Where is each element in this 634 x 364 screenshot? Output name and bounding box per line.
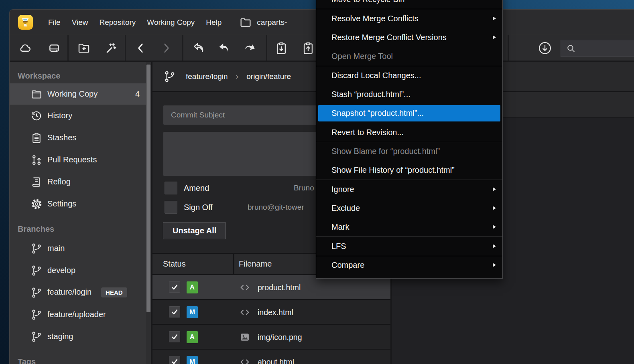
sidebar-item-label: Working Copy <box>47 89 98 99</box>
filename: img/icon.png <box>258 325 302 350</box>
menu-item-snapshot-product-html[interactable]: Snapshot “product.html”... <box>316 104 502 123</box>
commit-author-email: bruno@git-tower <box>248 201 304 214</box>
menu-help[interactable]: Help <box>200 15 227 30</box>
back-button[interactable] <box>132 39 150 57</box>
fetch-indicator-button[interactable] <box>536 39 554 57</box>
sidebar-item-stashes[interactable]: Stashes <box>10 127 146 149</box>
submenu-arrow-icon <box>493 225 496 229</box>
toolbar-separator <box>508 35 509 61</box>
amend-checkbox[interactable] <box>165 182 177 194</box>
file-checkbox[interactable] <box>169 306 180 317</box>
sidebar-item-label: Settings <box>47 199 76 208</box>
sidebar-branch-develop[interactable]: develop <box>10 259 146 281</box>
tower-app-icon[interactable] <box>18 15 33 30</box>
forward-button[interactable] <box>157 39 175 57</box>
sidebar-item-history[interactable]: History <box>10 105 146 127</box>
menu-item-mark[interactable]: Mark <box>316 218 502 237</box>
git-branch-icon <box>30 331 43 343</box>
menu-item-compare[interactable]: Compare <box>316 256 502 275</box>
menu-item-revert-to-revision[interactable]: Revert to Revision... <box>316 123 502 142</box>
menu-repository[interactable]: Repository <box>93 15 141 30</box>
amend-label: Amend <box>184 182 209 194</box>
git-branch-icon <box>163 70 176 83</box>
search-icon <box>566 43 576 54</box>
sidebar-item-pull-requests[interactable]: Pull Requests <box>10 149 146 171</box>
cloud-button[interactable] <box>16 39 35 57</box>
folder-icon <box>239 16 252 29</box>
file-row-about-html[interactable]: M about.html <box>152 350 390 364</box>
sidebar-branch-staging[interactable]: staging <box>10 326 146 348</box>
file-checkbox[interactable] <box>169 331 180 342</box>
clipboard-up-icon <box>301 41 315 55</box>
chevron-left-icon <box>134 41 147 55</box>
menu-working-copy[interactable]: Working Copy <box>141 15 200 30</box>
remote-branch-link[interactable]: origin/feature <box>246 72 291 81</box>
menu-item-lfs[interactable]: LFS <box>316 237 502 255</box>
head-badge: HEAD <box>101 287 127 297</box>
workspace-header: Workspace <box>10 67 146 83</box>
check-icon <box>171 358 179 364</box>
redo-button[interactable] <box>241 39 259 57</box>
undo-arrow-icon <box>217 41 231 55</box>
sidebar-branch-feature-uploader[interactable]: feature/uploader <box>10 303 146 326</box>
file-checkbox[interactable] <box>169 356 180 364</box>
branch-label: staging <box>47 332 73 341</box>
menu-item-show-file-history[interactable]: Show File History of “product.html” <box>316 161 502 180</box>
file-row-index-html[interactable]: M index.html <box>152 300 390 325</box>
sign-off-checkbox[interactable] <box>165 201 177 214</box>
menu-file[interactable]: File <box>43 15 66 30</box>
menu-item-discard-local-changes[interactable]: Discard Local Changes... <box>316 66 502 85</box>
sidebar-branch-feature-login[interactable]: feature/loginHEAD <box>10 281 146 303</box>
working-copy-count-badge: 4 <box>135 89 140 99</box>
sidebar-scrollbar-thumb[interactable] <box>146 65 150 312</box>
menu-bar: File View Repository Working Copy Help <box>43 15 227 30</box>
open-repository-button[interactable] <box>75 39 93 57</box>
pull-button[interactable] <box>272 39 291 57</box>
git-branch-icon <box>30 243 43 255</box>
menu-item-stash-product-html[interactable]: Stash “product.html”... <box>316 85 502 104</box>
sidebar-item-label: Stashes <box>47 133 76 142</box>
menu-item-resolve-merge-conflicts[interactable]: Resolve Merge Conflicts <box>316 9 502 28</box>
submenu-arrow-icon <box>493 263 496 267</box>
clipboard-down-icon <box>274 41 288 55</box>
reflog-journal-icon <box>30 176 43 188</box>
push-button[interactable] <box>299 39 317 57</box>
code-file-icon <box>238 356 252 364</box>
local-branch-link[interactable]: feature/login <box>186 72 228 81</box>
sidebar-branch-main[interactable]: main <box>10 237 146 259</box>
sidebar-item-label: History <box>47 111 72 120</box>
file-row-img-icon-png[interactable]: A img/icon.png <box>152 325 390 350</box>
menu-item-exclude[interactable]: Exclude <box>316 199 502 218</box>
git-branch-icon <box>30 309 43 321</box>
menu-item-show-blame: Show Blame for “product.html” <box>316 142 502 161</box>
menu-item-move-to-recycle-bin[interactable]: Move to Recycle Bin <box>316 0 502 9</box>
search-input[interactable] <box>579 44 632 53</box>
discard-button[interactable] <box>189 39 208 57</box>
sidebar-item-label: Reflog <box>47 177 71 186</box>
submenu-arrow-icon <box>493 35 496 39</box>
quick-actions-button[interactable] <box>102 39 120 57</box>
search-box[interactable] <box>561 40 634 57</box>
folder-icon <box>30 88 43 100</box>
file-list: A product.html M index.html <box>152 275 390 364</box>
file-checkbox[interactable] <box>169 281 180 293</box>
menu-item-restore-merge-conflict-versions[interactable]: Restore Merge Conflict Versions <box>316 28 502 47</box>
file-row-product-html[interactable]: A product.html <box>152 275 390 300</box>
sidebar-item-reflog[interactable]: Reflog <box>10 171 146 193</box>
stash-clipboard-icon <box>30 132 43 144</box>
branch-label: develop <box>47 266 75 275</box>
undo-button[interactable] <box>215 39 233 57</box>
folder-return-icon <box>77 41 91 55</box>
sidebar-item-settings[interactable]: Settings <box>10 193 146 215</box>
local-drive-button[interactable] <box>45 39 63 57</box>
menu-item-ignore[interactable]: Ignore <box>316 180 502 198</box>
sidebar-item-working-copy[interactable]: Working Copy 4 <box>10 83 146 105</box>
repository-chip[interactable]: carparts- <box>239 16 287 29</box>
unstage-all-button[interactable]: Unstage All <box>163 222 226 239</box>
check-icon <box>171 308 179 316</box>
menu-view[interactable]: View <box>66 15 94 30</box>
code-file-icon <box>238 282 252 293</box>
commit-author-name: Bruno <box>294 182 314 194</box>
context-menu: Move to Recycle Bin Resolve Merge Confli… <box>316 0 503 279</box>
submenu-arrow-icon <box>493 187 496 191</box>
